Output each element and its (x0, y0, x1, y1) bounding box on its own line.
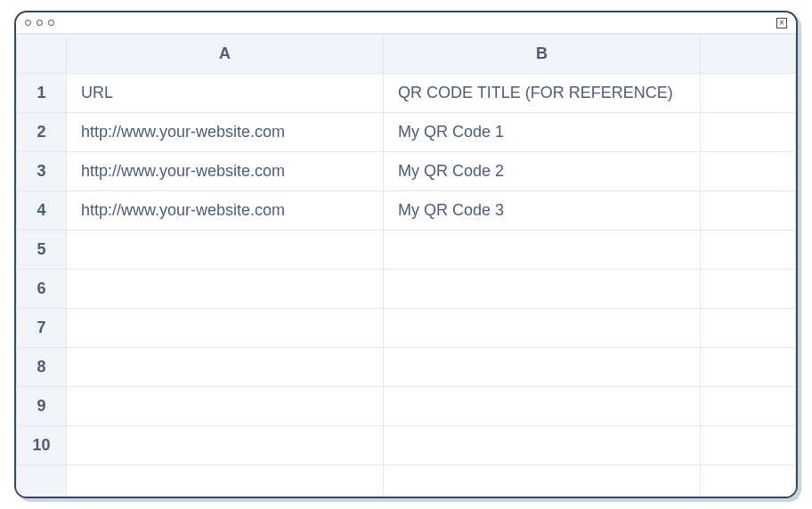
cell-c8[interactable] (701, 348, 796, 387)
cell-a1[interactable]: URL (67, 74, 384, 113)
cell-a7[interactable] (67, 309, 384, 348)
cell-a2[interactable]: http://www.your-website.com (67, 113, 384, 152)
cell-a9[interactable] (67, 387, 384, 426)
traffic-light-dot-icon[interactable] (25, 20, 31, 26)
row-header[interactable]: 5 (17, 230, 67, 270)
cell-b10[interactable] (384, 426, 701, 465)
column-header-c[interactable] (701, 35, 796, 74)
cell-c9[interactable] (701, 387, 796, 426)
select-all-corner[interactable] (17, 35, 67, 74)
row-header[interactable]: 10 (17, 426, 67, 465)
cell-c6[interactable] (701, 270, 796, 309)
table-row: 1 URL QR CODE TITLE (FOR REFERENCE) (17, 74, 796, 113)
row-header[interactable]: 3 (17, 152, 67, 191)
table-row: 2 http://www.your-website.com My QR Code… (17, 113, 796, 152)
cell-a4[interactable]: http://www.your-website.com (67, 191, 384, 230)
table-row: 9 (17, 387, 796, 426)
cell-c4[interactable] (701, 191, 796, 230)
cell-b2[interactable]: My QR Code 1 (384, 113, 701, 152)
spreadsheet-grid: A B 1 URL QR CODE TITLE (FOR REFERENCE) … (16, 34, 796, 497)
cell-a6[interactable] (67, 270, 384, 309)
cell-a5[interactable] (67, 230, 384, 270)
traffic-lights (25, 20, 54, 26)
row-header[interactable]: 7 (17, 309, 67, 348)
row-header[interactable] (17, 465, 67, 497)
cell-c7[interactable] (701, 309, 796, 348)
cell-b11[interactable] (384, 465, 701, 497)
cell-a8[interactable] (67, 348, 384, 387)
cell-c11[interactable] (701, 465, 796, 497)
cell-c5[interactable] (701, 230, 796, 270)
close-window-button[interactable]: × (776, 18, 787, 28)
column-header-row: A B (17, 35, 796, 74)
cell-a3[interactable]: http://www.your-website.com (67, 152, 384, 191)
table-row: 8 (17, 348, 796, 387)
cell-a11[interactable] (67, 465, 384, 497)
row-header[interactable]: 8 (17, 348, 67, 387)
row-header[interactable]: 2 (17, 113, 67, 152)
row-header[interactable]: 9 (17, 387, 67, 426)
cell-c3[interactable] (701, 152, 796, 191)
table-row: 5 (17, 230, 796, 270)
cell-c1[interactable] (701, 74, 796, 113)
cell-b8[interactable] (384, 348, 701, 387)
cell-b6[interactable] (384, 270, 701, 309)
table-row: 4 http://www.your-website.com My QR Code… (17, 191, 796, 230)
row-header[interactable]: 4 (17, 191, 67, 230)
row-header[interactable]: 6 (17, 270, 67, 309)
app-window: × A B 1 URL QR CODE TITLE (FOR REFERENCE (14, 11, 798, 498)
titlebar: × (16, 12, 796, 34)
table-row: 3 http://www.your-website.com My QR Code… (17, 152, 796, 191)
cell-b1[interactable]: QR CODE TITLE (FOR REFERENCE) (384, 74, 701, 113)
cell-b4[interactable]: My QR Code 3 (384, 191, 701, 230)
table-row: 7 (17, 309, 796, 348)
spreadsheet-viewport: A B 1 URL QR CODE TITLE (FOR REFERENCE) … (16, 34, 796, 497)
cell-c2[interactable] (701, 113, 796, 152)
cell-b9[interactable] (384, 387, 701, 426)
cell-a10[interactable] (67, 426, 384, 465)
cell-b5[interactable] (384, 230, 701, 270)
table-row: 10 (17, 426, 796, 465)
close-icon: × (779, 19, 784, 28)
table-row (17, 465, 796, 497)
cell-b7[interactable] (384, 309, 701, 348)
traffic-light-dot-icon[interactable] (37, 20, 43, 26)
cell-c10[interactable] (701, 426, 796, 465)
column-header-a[interactable]: A (67, 35, 384, 74)
cell-b3[interactable]: My QR Code 2 (384, 152, 701, 191)
row-header[interactable]: 1 (17, 74, 67, 113)
traffic-light-dot-icon[interactable] (48, 20, 54, 26)
table-row: 6 (17, 270, 796, 309)
column-header-b[interactable]: B (384, 35, 701, 74)
